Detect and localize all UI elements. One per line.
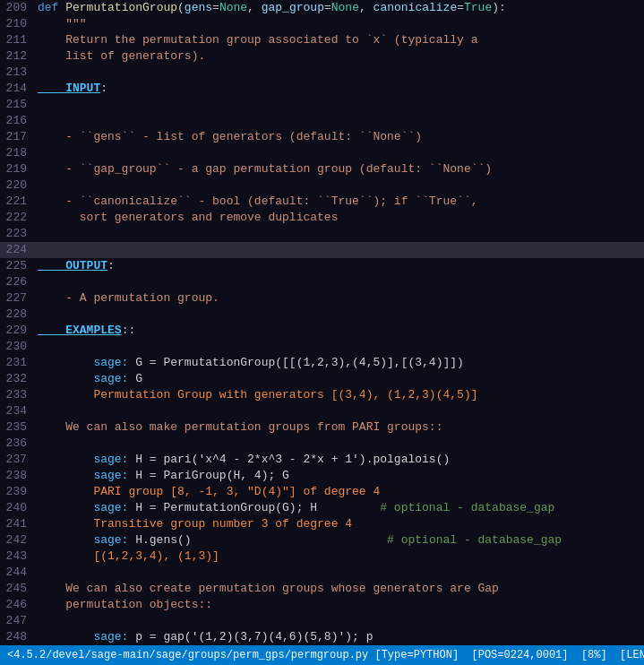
token-result: [(1,2,3,4), (1,3)]: [38, 549, 219, 563]
line-content: [34, 565, 644, 581]
line-content: [34, 97, 644, 113]
code-line: 232 sage: G: [0, 371, 644, 387]
line-number: 218: [0, 145, 34, 161]
line-content: PARI group [8, -1, 3, "D(4)"] of degree …: [34, 484, 644, 500]
code-line: 228: [0, 307, 644, 323]
token-normal: ,: [359, 1, 374, 14]
token-normal: =: [212, 1, 219, 14]
line-content: sage: p = gap('(1,2)(3,7)(4,6)(5,8)'); p: [34, 629, 644, 645]
line-content: OUTPUT:: [34, 258, 644, 274]
code-line: 215: [0, 97, 644, 113]
code-line: 221 - ``canonicalize`` - bool (default: …: [0, 194, 644, 210]
code-line: 220: [0, 177, 644, 194]
token-opt-comment: # optional - database_gap: [387, 533, 562, 547]
line-content: list of generators).: [34, 48, 644, 65]
token-section: INPUT: [38, 82, 100, 95]
line-number: 238: [0, 468, 34, 484]
line-number: 226: [0, 274, 34, 290]
token-result: Transitive group number 3 of degree 4: [38, 517, 352, 531]
line-number: 231: [0, 355, 34, 371]
code-line: 242 sage: H.gens() # optional - database…: [0, 532, 644, 548]
line-content: [34, 177, 644, 194]
token-doc: permutation objects::: [38, 598, 212, 611]
token-param: canonicalize: [374, 1, 458, 14]
code-line: 239 PARI group [8, -1, 3, "D(4)"] of deg…: [0, 484, 644, 500]
line-content: - A permutation group.: [34, 290, 644, 307]
line-content: Return the permutation group associated …: [34, 32, 644, 48]
line-number: 229: [0, 323, 34, 339]
line-content: [34, 274, 644, 290]
token-doc: - ``canonicalize`` - bool (default: ``Tr…: [38, 194, 477, 208]
code-line: 231 sage: G = PermutationGroup([[(1,2,3)…: [0, 355, 644, 371]
code-line: 234: [0, 403, 644, 419]
token-doc: - ``gap_group`` - a gap permutation grou…: [38, 162, 492, 176]
line-number: 241: [0, 516, 34, 532]
line-number: 239: [0, 484, 34, 500]
line-content: [34, 226, 644, 242]
token-normal: H = pari('x^4 - 2*x^3 - 2*x + 1').polgal…: [135, 453, 450, 466]
code-line: 223: [0, 226, 644, 242]
line-number: 212: [0, 48, 34, 65]
line-number: 222: [0, 210, 34, 226]
code-line: 244: [0, 565, 644, 581]
token-normal: ::: [122, 324, 136, 337]
line-content: sage: G = PermutationGroup([[(1,2,3),(4,…: [34, 355, 644, 371]
line-content: [34, 307, 644, 323]
line-content: sage: H = pari('x^4 - 2*x^3 - 2*x + 1').…: [34, 452, 644, 468]
token-doc: - A permutation group.: [38, 291, 219, 305]
line-content: sage: H = PariGroup(H, 4); G: [34, 468, 644, 484]
line-number: 244: [0, 565, 34, 581]
line-content: [34, 339, 644, 355]
status-bar: <4.5.2/devel/sage-main/sage/groups/perm_…: [0, 645, 644, 665]
token-normal: H.gens(): [135, 533, 387, 547]
line-number: 228: [0, 307, 34, 323]
line-number: 217: [0, 129, 34, 145]
token-doc: list of generators).: [38, 49, 205, 63]
token-result: PARI group [8, -1, 3, "D(4)"] of degree …: [38, 485, 380, 498]
token-normal: =: [324, 1, 331, 14]
code-line: 246 permutation objects::: [0, 597, 644, 613]
line-content: Transitive group number 3 of degree 4: [34, 516, 644, 532]
line-number: 227: [0, 290, 34, 307]
code-line: 233 Permutation Group with generators [(…: [0, 387, 644, 403]
token-doc: Return the permutation group associated …: [38, 33, 477, 47]
code-line: 214 INPUT:: [0, 81, 644, 97]
line-content: sage: G: [34, 371, 644, 387]
code-line: 230: [0, 339, 644, 355]
token-sage-label: sage:: [38, 356, 135, 369]
token-normal: H = PermutationGroup(G); H: [135, 501, 380, 514]
line-content: """: [34, 16, 644, 32]
line-number: 233: [0, 387, 34, 403]
code-line: 224: [0, 242, 644, 258]
line-content: sort generators and remove duplicates: [34, 210, 644, 226]
line-content: sage: H.gens() # optional - database_gap: [34, 532, 644, 548]
code-line: 238 sage: H = PariGroup(H, 4); G: [0, 468, 644, 484]
line-content: [(1,2,3,4), (1,3)]: [34, 548, 644, 565]
line-number: 224: [0, 242, 34, 258]
token-opt-comment: # optional - database_gap: [380, 501, 554, 514]
token-sage-label: sage:: [38, 501, 135, 514]
line-content: def PermutationGroup(gens=None, gap_grou…: [34, 0, 644, 16]
line-number: 209: [0, 0, 34, 16]
token-doc: - ``gens`` - list of generators (default…: [38, 130, 422, 143]
code-line: 218: [0, 145, 644, 161]
line-number: 235: [0, 419, 34, 436]
line-number: 211: [0, 32, 34, 48]
code-line: 241 Transitive group number 3 of degree …: [0, 516, 644, 532]
token-fn: PermutationGroup: [65, 1, 177, 14]
code-line: 247: [0, 613, 644, 629]
line-number: 225: [0, 258, 34, 274]
token-sage-label: sage:: [38, 533, 135, 547]
code-line: 210 """: [0, 16, 644, 32]
token-normal: p = gap('(1,2)(3,7)(4,6)(5,8)'); p: [135, 630, 373, 643]
code-line: 217 - ``gens`` - list of generators (def…: [0, 129, 644, 145]
line-number: 243: [0, 548, 34, 565]
line-number: 237: [0, 452, 34, 468]
line-content: [34, 113, 644, 129]
line-content: We can also make permutation groups from…: [34, 419, 644, 436]
token-val: True: [464, 1, 492, 14]
token-doc: sort generators and remove duplicates: [38, 211, 338, 224]
code-line: 226: [0, 274, 644, 290]
line-content: [34, 65, 644, 81]
token-section: OUTPUT: [38, 259, 107, 272]
